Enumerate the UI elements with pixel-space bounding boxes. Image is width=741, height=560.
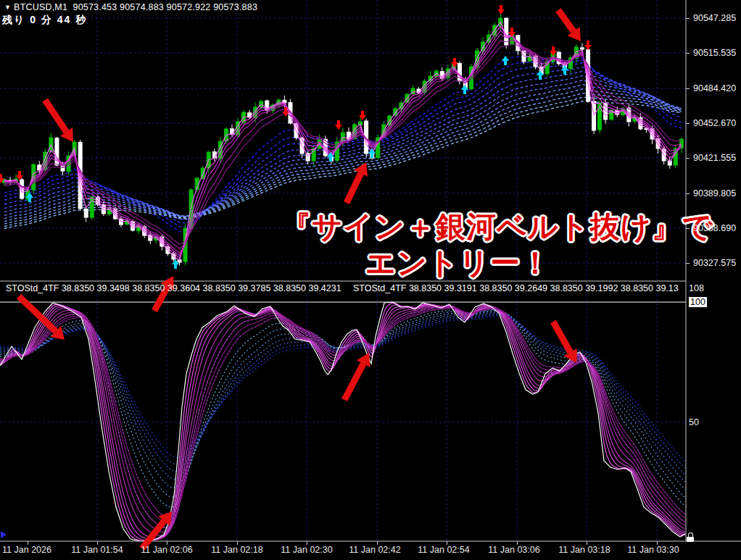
stoch-ribbon-line [0, 309, 685, 518]
sell-signal-arrow [584, 41, 592, 50]
price-axis-label: 90484.420 [693, 83, 736, 93]
price-axis-label: 90421.555 [693, 153, 736, 163]
time-axis-label: 11 Jan 03:30 [627, 545, 679, 555]
price-axis-tick [686, 88, 690, 89]
candle-body [505, 18, 508, 45]
time-axis-tick [587, 541, 587, 545]
candle-body [230, 129, 233, 134]
buy-signal-arrow [368, 149, 376, 158]
sell-signal-arrow [359, 111, 366, 120]
time-axis-tick [237, 541, 238, 545]
annotation-arrow-shaft [558, 10, 574, 31]
price-axis-tick [686, 53, 690, 54]
annotation-arrow-shaft [19, 296, 56, 331]
price-axis-label: 90358.690 [693, 223, 736, 233]
annotation-text-line1: 『サイン＋銀河ベルト抜け』で [281, 207, 713, 247]
candle-countdown: 残り 0 分 44 秒 [2, 14, 87, 27]
sell-signal-arrow [497, 5, 505, 14]
indicator-axis-label: 108 [689, 283, 704, 293]
candle-body [580, 48, 584, 49]
time-axis-label: 11 Jan 02:18 [211, 545, 262, 555]
indicator-values-right: STOStd_4TF 38.8350 39.3191 38.8350 39.26… [353, 283, 679, 293]
price-axis-label: 90515.535 [693, 48, 736, 58]
sub-series [0, 302, 685, 541]
symbol-dropdown-icon[interactable]: ▼ [4, 4, 11, 11]
time-axis-label: 11 Jan 2026 [2, 545, 51, 555]
candle-body [212, 152, 216, 158]
indicator-axis-label: 100 [689, 297, 707, 307]
time-axis-tick [97, 541, 98, 545]
galaxy-belt-line [4, 89, 682, 222]
time-axis-label: 11 Jan 02:06 [141, 545, 192, 555]
price-axis-tick [686, 228, 690, 229]
stoch-ribbon-line [0, 312, 685, 490]
time-axis-tick [167, 541, 167, 545]
candle-body [528, 57, 531, 61]
price-axis-tick [686, 18, 690, 19]
buy-signal-arrow [502, 56, 509, 65]
time-axis-label: 11 Jan 03:18 [558, 545, 610, 555]
mt4-chart-window: ▼BTCUSD,M1 90573.453 90574.883 90572.922… [0, 0, 741, 560]
time-axis-tick [657, 541, 658, 545]
candle-body [90, 197, 94, 217]
time-axis-label: 11 Jan 01:54 [71, 545, 123, 555]
indicator-axis-label: 50 [689, 417, 699, 427]
time-axis-label: 11 Jan 02:42 [349, 545, 400, 555]
time-axis-label: 11 Jan 02:54 [418, 545, 469, 555]
price-axis-tick [686, 158, 690, 159]
buy-signal-arrow [561, 65, 568, 75]
price-axis-tick [686, 263, 690, 264]
price-axis-label: 90327.575 [693, 258, 736, 268]
sell-signal-arrow [550, 46, 557, 56]
time-axis-label: 11 Jan 03:06 [488, 545, 539, 555]
price-axis-label: 90547.285 [693, 13, 736, 23]
time-axis-tick [517, 541, 518, 545]
price-axis-label: 90452.670 [693, 118, 736, 128]
stoch-ribbon-line [0, 316, 685, 462]
candle-body [592, 101, 596, 130]
time-axis-tick [307, 541, 307, 545]
indicator-values-left: STOStd_4TF 38.8350 39.3498 38.8350 39.36… [6, 283, 341, 293]
price-axis-tick [686, 123, 690, 124]
lock-icon [687, 532, 695, 542]
time-axis-tick [28, 541, 28, 545]
galaxy-belt-line [4, 85, 682, 219]
galaxy-belt-line [4, 93, 682, 225]
symbol-header: ▼BTCUSD,M1 90573.453 90574.883 90572.922… [4, 2, 257, 12]
chart-shift-icon [1, 531, 7, 538]
stoch-ribbon-line [0, 303, 685, 540]
time-axis-label: 11 Jan 02:30 [281, 545, 332, 555]
indicator-title-row: STOStd_4TF 38.8350 39.3498 38.8350 39.36… [0, 283, 686, 294]
annotation-arrow-shaft [45, 100, 67, 132]
annotation-text-line2: エントリー！ [365, 243, 551, 283]
stoch-ribbon-line [0, 314, 685, 468]
price-axis-tick [686, 193, 690, 194]
stoch-ribbon-line [0, 309, 685, 518]
candle-body [84, 209, 88, 217]
galaxy-belt-line [4, 80, 682, 216]
sell-signal-arrow [335, 120, 342, 130]
time-axis-tick [447, 541, 447, 545]
annotation-arrow-shaft [344, 364, 363, 400]
annotation-arrow-shaft [347, 173, 361, 203]
price-axis-label: 90389.805 [693, 188, 736, 198]
time-axis-tick [377, 541, 378, 545]
symbol-ohlc-text: BTCUSD,M1 90573.453 90574.883 90572.922 … [14, 2, 257, 12]
